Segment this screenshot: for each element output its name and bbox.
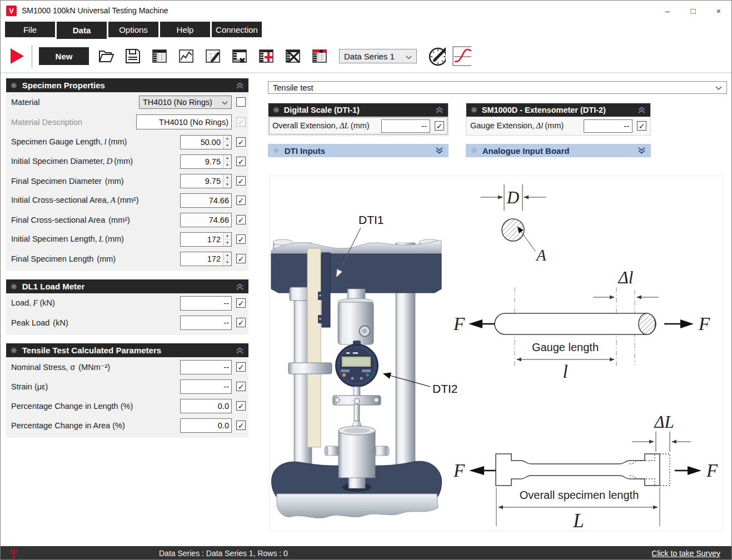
data-series-table-button[interactable] xyxy=(310,47,329,66)
final-length-checkbox[interactable]: ✓ xyxy=(236,254,246,263)
final-length-row: Final Specimen Length(mm) 172 ▲▼ ✓ xyxy=(6,249,248,268)
save-button[interactable] xyxy=(123,47,142,66)
field-label: Initial Cross-sectional Area,A(mm²) xyxy=(11,196,180,205)
expand-chevron-icon[interactable] xyxy=(638,147,646,154)
spinner[interactable]: ▲▼ xyxy=(223,233,231,246)
overall-length-diagram: ΔL F F Overall specimen length L xyxy=(453,412,718,531)
gear-icon: ❋ xyxy=(471,147,477,154)
initial-length-checkbox[interactable]: ✓ xyxy=(236,234,246,244)
initial-length-field[interactable]: 172 ▲▼ xyxy=(180,232,232,247)
field-label: Initial Specimen Diameter,D(mm) xyxy=(11,157,180,166)
series-table-icon xyxy=(311,47,328,65)
minimize-button[interactable]: – xyxy=(655,1,680,20)
peak-load-row: Peak Load(kN) -- ✓ xyxy=(6,313,248,332)
material-row: Material TH4010 (No Rings) xyxy=(6,92,248,112)
extensometer-header: ❋ SM1000D - Extensometer (DTI-2) xyxy=(466,103,650,117)
overall-extension-checkbox[interactable]: ✓ xyxy=(435,121,444,131)
gear-icon: ❋ xyxy=(11,283,17,291)
field-label: Material Description xyxy=(11,118,136,127)
tab-help[interactable]: Help xyxy=(160,22,210,37)
digital-scale-header: ❋ Digital Scale (DTI-1) xyxy=(268,103,448,117)
add-data-button[interactable] xyxy=(257,47,276,66)
material-description-field[interactable]: TH4010 (No Rings) xyxy=(136,114,232,129)
new-button[interactable]: New xyxy=(39,47,89,65)
tab-file[interactable]: File xyxy=(5,22,55,37)
final-diameter-checkbox[interactable]: ✓ xyxy=(236,176,246,186)
tab-connection[interactable]: Connection xyxy=(212,22,262,37)
collapse-chevron-icon[interactable] xyxy=(435,106,444,114)
spinner[interactable]: ▲▼ xyxy=(223,252,231,266)
strain-field: -- xyxy=(180,379,232,394)
field-label: Final Specimen Length(mm) xyxy=(11,254,180,263)
field-label: Load,F(kN) xyxy=(11,298,180,308)
machine-diagram-svg: DTI1 DTI2 D A Δl xyxy=(270,176,723,531)
initial-area-checkbox[interactable]: ✓ xyxy=(236,196,246,205)
overall-extension-row: Overall Extension,ΔL(mm) -- ✓ xyxy=(268,117,448,135)
collapse-chevron-icon[interactable] xyxy=(236,82,244,89)
diameter-label: D xyxy=(506,188,519,207)
expand-chevron-icon[interactable] xyxy=(435,147,444,154)
final-area-checkbox[interactable]: ✓ xyxy=(236,215,246,224)
maximize-button[interactable]: □ xyxy=(680,1,706,20)
spinner[interactable]: ▲▼ xyxy=(223,155,231,168)
collapse-chevron-icon[interactable] xyxy=(236,283,244,291)
field-label: Nominal Stress, σ(MNm⁻²) xyxy=(11,363,180,372)
load-checkbox[interactable]: ✓ xyxy=(236,298,246,308)
edit-table-button[interactable] xyxy=(203,47,222,66)
gauge-extension-checkbox[interactable]: ✓ xyxy=(637,121,646,131)
dial-setup-button[interactable] xyxy=(427,47,446,66)
initial-area-field: 74.66 xyxy=(180,193,232,208)
status-bar: Data Series : Data Series 1, Rows : 0 Cl… xyxy=(1,546,731,560)
pct-area-field: 0.0 xyxy=(180,418,232,433)
initial-diameter-field[interactable]: 9.75 ▲▼ xyxy=(180,154,232,169)
menu-tab-bar: File Data Options Help Connection xyxy=(1,22,731,40)
analogue-input-board-bar[interactable]: ❋ Analogue Input Board xyxy=(466,144,651,157)
test-type-select[interactable]: Tensile test xyxy=(268,81,727,94)
tab-data[interactable]: Data xyxy=(57,22,107,39)
initial-diameter-checkbox[interactable]: ✓ xyxy=(236,157,246,166)
spinner[interactable]: ▲▼ xyxy=(223,174,231,188)
field-label: Material xyxy=(11,98,139,107)
spinner[interactable]: ▲▼ xyxy=(223,136,231,149)
close-button[interactable]: × xyxy=(706,1,731,20)
final-length-field[interactable]: 172 ▲▼ xyxy=(180,252,232,266)
chevron-down-icon xyxy=(222,98,228,107)
calculated-parameters-header: ❋ Tensile Test Calculated Parameters xyxy=(6,343,248,357)
final-diameter-field[interactable]: 9.75 ▲▼ xyxy=(180,174,232,188)
line-chart-icon xyxy=(177,47,195,65)
testing-machine: DTI1 DTI2 xyxy=(271,213,458,518)
dti-inputs-bar[interactable]: ❋ DTI Inputs xyxy=(268,144,449,157)
specimen-properties-section: ❋ Specimen Properties Material TH4010 (N… xyxy=(6,78,248,271)
view-table-button[interactable] xyxy=(150,47,169,66)
pct-area-checkbox[interactable]: ✓ xyxy=(236,421,246,430)
gear-icon: ❋ xyxy=(11,347,17,354)
pct-length-checkbox[interactable]: ✓ xyxy=(236,401,246,411)
view-chart-button[interactable] xyxy=(177,47,196,66)
window-title: SM1000 100kN Universal Testing Machine xyxy=(22,6,168,15)
collapse-chevron-icon[interactable] xyxy=(638,106,646,114)
data-series-select[interactable]: Data Series 1 xyxy=(339,49,417,63)
material-checkbox[interactable] xyxy=(236,97,246,107)
survey-link[interactable]: Click to take Survey xyxy=(651,549,720,558)
start-acquisition-button[interactable] xyxy=(11,48,24,64)
delete-row-button[interactable] xyxy=(230,47,249,66)
open-file-button[interactable] xyxy=(97,47,116,66)
nominal-stress-checkbox[interactable]: ✓ xyxy=(236,362,246,372)
strain-checkbox[interactable]: ✓ xyxy=(236,382,246,391)
load-meter-section: ❋ DL1 Load Meter Load,F(kN) -- ✓ Peak Lo… xyxy=(6,279,248,335)
section-title: DL1 Load Meter xyxy=(22,282,85,291)
collapse-chevron-icon[interactable] xyxy=(236,347,244,354)
field-label: Strain (με) xyxy=(11,382,180,391)
delta-L-label: ΔL xyxy=(653,412,674,432)
gauge-length-field[interactable]: 50.00 ▲▼ xyxy=(180,135,232,149)
field-label: Percentage Change in Length (%) xyxy=(11,402,180,411)
gauge-length-checkbox[interactable]: ✓ xyxy=(236,137,246,147)
curve-fit-button[interactable] xyxy=(452,47,471,66)
specimen-properties-header: ❋ Specimen Properties xyxy=(6,78,248,92)
peak-load-checkbox[interactable]: ✓ xyxy=(236,318,246,327)
delete-table-button[interactable] xyxy=(283,47,302,66)
nominal-stress-row: Nominal Stress, σ(MNm⁻²) -- ✓ xyxy=(6,357,248,377)
gauge-length-row: Specimen Gauge Length,l(mm) 50.00 ▲▼ ✓ xyxy=(6,132,248,152)
material-select[interactable]: TH4010 (No Rings) xyxy=(139,96,232,109)
tab-options[interactable]: Options xyxy=(108,22,158,37)
